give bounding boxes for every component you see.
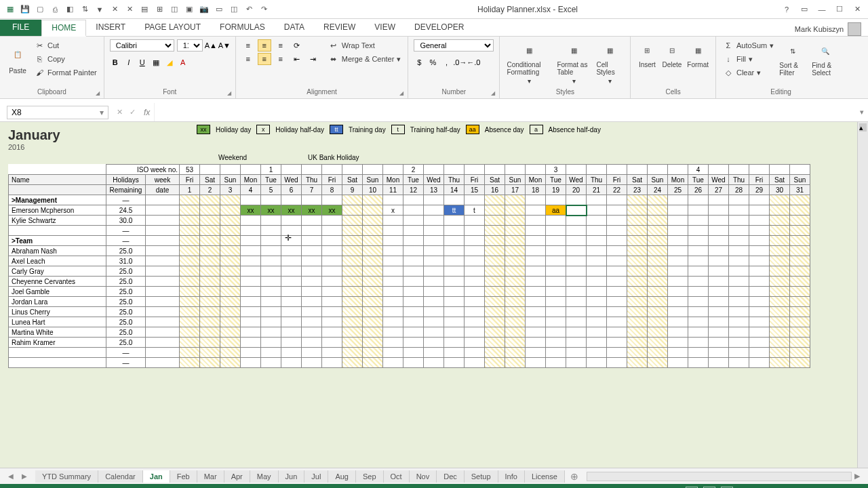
cell[interactable] (241, 246, 261, 256)
cell[interactable] (790, 195, 810, 205)
cell[interactable]: Abraham Nash (9, 246, 106, 256)
cell[interactable] (465, 297, 485, 307)
cell[interactable] (648, 287, 668, 297)
cell[interactable] (627, 236, 648, 246)
sheet-tab-feb[interactable]: Feb (170, 470, 197, 483)
cell[interactable]: 26 (688, 185, 709, 195)
cell[interactable] (749, 277, 770, 287)
cell[interactable] (505, 256, 526, 266)
cell[interactable] (146, 246, 180, 256)
tab-formulas[interactable]: FORMULAS (210, 20, 275, 36)
cell[interactable] (627, 287, 648, 297)
cell[interactable] (668, 297, 688, 307)
cell[interactable] (607, 277, 627, 287)
cell[interactable] (444, 256, 465, 266)
format-button[interactable]: ▦Format (686, 39, 710, 70)
cell[interactable] (485, 205, 505, 216)
cell[interactable] (363, 287, 383, 297)
cell[interactable] (770, 307, 790, 317)
wrap-text-button[interactable]: ↩Wrap Text (327, 39, 403, 52)
sheet-tab-oct[interactable]: Oct (384, 470, 410, 483)
cell[interactable]: 25.0 (106, 277, 146, 287)
cell[interactable] (200, 358, 220, 368)
cell[interactable] (546, 256, 566, 266)
cell[interactable] (546, 327, 566, 338)
cell[interactable] (566, 338, 587, 348)
cell[interactable] (505, 195, 526, 205)
cell[interactable] (770, 226, 790, 236)
cell[interactable] (526, 358, 546, 368)
cell[interactable] (200, 287, 220, 297)
cell[interactable]: Sat (485, 175, 505, 185)
cell[interactable] (627, 358, 648, 368)
cell[interactable] (200, 226, 220, 236)
cell[interactable] (485, 297, 505, 307)
cell[interactable] (688, 338, 709, 348)
percent-icon[interactable]: % (427, 57, 438, 68)
cell[interactable] (566, 266, 587, 277)
cell[interactable] (587, 266, 607, 277)
cell[interactable] (200, 338, 220, 348)
cell[interactable] (648, 195, 668, 205)
cell[interactable]: 18 (526, 185, 546, 195)
cell[interactable] (241, 358, 261, 368)
cell[interactable]: 25 (668, 185, 688, 195)
cell[interactable] (526, 317, 546, 327)
tab-page-layout[interactable]: PAGE LAYOUT (135, 20, 210, 36)
cell[interactable] (424, 287, 444, 297)
cell[interactable] (180, 297, 200, 307)
cell[interactable] (383, 256, 403, 266)
cell[interactable] (444, 266, 465, 277)
cell[interactable] (424, 246, 444, 256)
cell[interactable] (180, 195, 200, 205)
cell[interactable] (363, 266, 383, 277)
cell[interactable] (424, 297, 444, 307)
cell[interactable]: Joel Gamble (9, 287, 106, 297)
cell[interactable] (444, 236, 465, 246)
cell[interactable] (668, 317, 688, 327)
sheet-tab-jul[interactable]: Jul (304, 470, 328, 483)
cell[interactable] (485, 256, 505, 266)
cell[interactable] (383, 307, 403, 317)
cell[interactable]: Tue (546, 175, 566, 185)
copy-button[interactable]: ⎘Copy (33, 53, 98, 65)
cell[interactable] (302, 195, 322, 205)
cell[interactable] (729, 236, 749, 246)
cell[interactable] (505, 277, 526, 287)
cell[interactable] (363, 317, 383, 327)
sheet-tab-license[interactable]: License (525, 470, 565, 483)
cell[interactable] (709, 205, 729, 216)
merge-center-button[interactable]: ⬌Merge & Center ▾ (327, 53, 403, 65)
cell[interactable] (790, 327, 810, 338)
tab-insert[interactable]: INSERT (86, 20, 135, 36)
cell[interactable] (587, 338, 607, 348)
align-left-icon[interactable]: ≡ (241, 53, 255, 65)
cell[interactable] (200, 246, 220, 256)
tab-review[interactable]: REVIEW (314, 20, 365, 36)
cell[interactable] (383, 236, 403, 246)
cell[interactable] (383, 317, 403, 327)
cell[interactable] (627, 195, 648, 205)
align-top-icon[interactable]: ≡ (241, 39, 255, 52)
cell[interactable] (485, 338, 505, 348)
cell[interactable] (424, 195, 444, 205)
cell[interactable] (485, 246, 505, 256)
cell[interactable] (648, 266, 668, 277)
camera-icon[interactable]: 📷 (198, 3, 210, 16)
cell[interactable] (241, 277, 261, 287)
cell[interactable]: 19 (546, 185, 566, 195)
cell[interactable] (566, 358, 587, 368)
cell[interactable] (146, 327, 180, 338)
cell[interactable] (220, 216, 241, 226)
cell[interactable] (465, 216, 485, 226)
vertical-scrollbar[interactable]: ▴ (857, 122, 868, 468)
cell[interactable] (403, 226, 424, 236)
cell[interactable] (200, 236, 220, 246)
cell[interactable] (607, 317, 627, 327)
cell[interactable]: — (106, 358, 146, 368)
cell[interactable] (729, 205, 749, 216)
new-icon[interactable]: ▢ (34, 3, 46, 16)
worksheet-area[interactable]: ▴ xxHoliday day xHoliday half-day ttTrai… (0, 122, 868, 468)
cell[interactable] (180, 205, 200, 216)
cell[interactable] (790, 277, 810, 287)
